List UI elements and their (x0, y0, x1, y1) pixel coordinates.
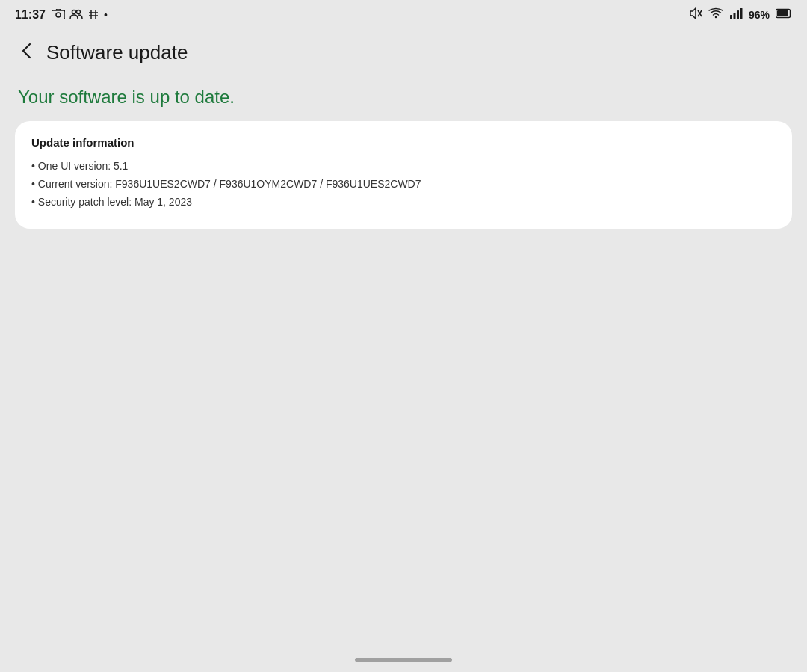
page-title: Software update (46, 41, 188, 64)
svg-point-3 (76, 10, 80, 13)
svg-rect-12 (737, 10, 739, 19)
svg-rect-13 (740, 8, 742, 19)
signal-icon (729, 7, 743, 22)
back-icon (22, 43, 32, 62)
info-line-2: • Current version: F936U1UES2CWD7 / F936… (31, 176, 776, 194)
battery-percentage: 96% (749, 9, 770, 21)
svg-rect-11 (733, 13, 735, 19)
svg-rect-10 (730, 15, 732, 19)
svg-point-1 (56, 13, 61, 17)
people-icon (69, 9, 83, 22)
status-bar: 11:37 (0, 0, 807, 30)
svg-rect-0 (52, 10, 65, 19)
status-right: 96% (689, 7, 792, 22)
main-content: Your software is up to date. Update info… (0, 79, 807, 244)
status-left: 11:37 (15, 8, 108, 22)
mute-icon (689, 7, 702, 22)
svg-point-2 (72, 10, 75, 13)
header: Software update (0, 30, 807, 79)
photo-icon (52, 9, 65, 22)
slack-icon (87, 8, 99, 22)
bottom-handle (355, 658, 452, 662)
svg-rect-15 (777, 10, 788, 16)
info-card: Update information • One UI version: 5.1… (15, 121, 792, 229)
notification-dot: • (104, 9, 108, 21)
info-line-3: • Security patch level: May 1, 2023 (31, 194, 776, 212)
back-button[interactable] (12, 37, 42, 67)
info-card-title: Update information (31, 136, 776, 149)
status-time: 11:37 (15, 8, 46, 22)
wifi-icon (708, 7, 723, 22)
battery-icon (776, 8, 792, 22)
info-line-1: • One UI version: 5.1 (31, 158, 776, 176)
status-icons: • (52, 8, 108, 22)
status-message: Your software is up to date. (15, 87, 792, 108)
